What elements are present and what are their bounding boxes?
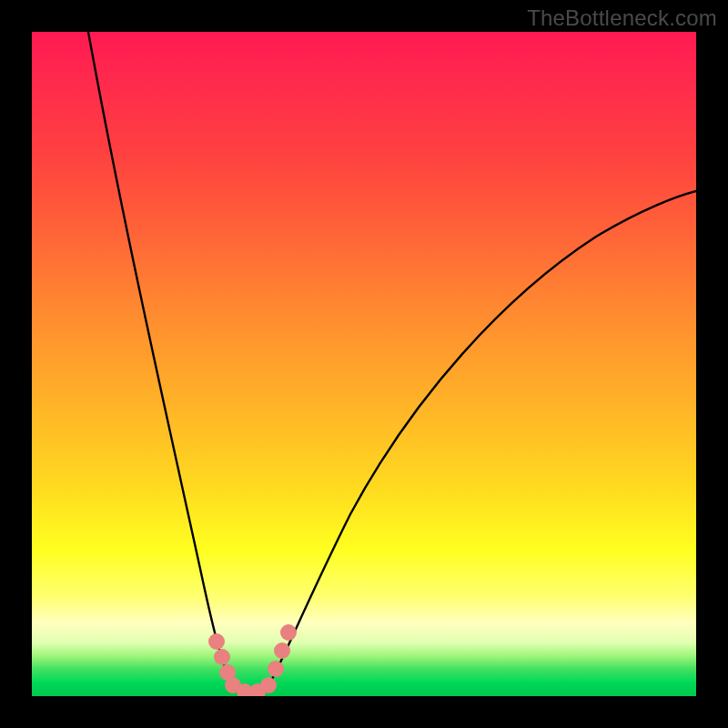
watermark-text: TheBottleneck.com — [527, 5, 717, 31]
curve-marker — [280, 624, 297, 641]
bottleneck-curve — [88, 32, 696, 694]
chart-frame: TheBottleneck.com — [0, 0, 728, 728]
curve-marker — [214, 649, 230, 665]
curve-marker — [268, 661, 284, 677]
curve-marker — [274, 642, 290, 659]
plot-area — [32, 32, 696, 696]
curve-marker — [208, 633, 225, 650]
valley-markers — [208, 624, 297, 696]
curve-marker — [260, 677, 277, 693]
curve-svg — [32, 32, 696, 696]
